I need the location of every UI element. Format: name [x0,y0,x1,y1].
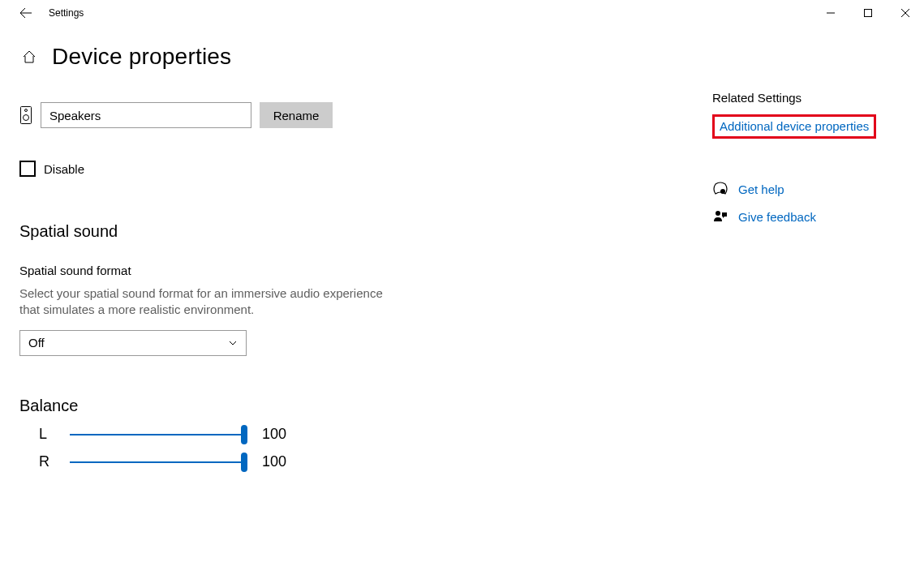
related-settings-title: Related Settings [712,91,907,105]
svg-rect-0 [865,10,872,17]
balance-left-slider[interactable] [70,425,244,444]
balance-right-value: 100 [262,453,286,470]
spatial-format-dropdown[interactable]: Off [19,330,247,356]
arrow-left-icon [19,6,32,19]
get-help-link[interactable]: Get help [738,182,784,196]
minimize-button[interactable] [812,1,849,25]
maximize-button[interactable] [849,1,887,25]
device-name-input[interactable] [41,102,251,128]
feedback-icon [712,208,728,225]
svg-point-4 [720,189,725,194]
balance-left-value: 100 [262,426,286,443]
spatial-sound-heading: Spatial sound [19,222,539,241]
balance-left-row: L 100 [19,425,539,444]
maximize-icon [864,9,872,17]
disable-row: Disable [19,161,539,177]
balance-right-label: R [39,453,55,470]
app-title: Settings [49,7,84,19]
help-icon [712,181,728,197]
page-title: Device properties [52,44,231,70]
close-button[interactable] [887,1,924,25]
related-settings-panel: Related Settings Additional device prope… [712,91,907,225]
page-header: Device properties [0,44,924,70]
minimize-icon [827,9,835,17]
spatial-format-label: Spatial sound format [19,264,539,277]
svg-point-5 [716,211,720,216]
svg-point-3 [24,115,29,121]
close-icon [901,9,909,17]
balance-left-label: L [39,426,55,443]
give-feedback-link[interactable]: Give feedback [738,210,816,224]
back-button[interactable] [15,2,37,24]
disable-label: Disable [44,162,84,176]
balance-heading: Balance [19,397,539,415]
home-icon [21,49,37,65]
device-name-row: Rename [19,102,539,128]
chevron-down-icon [228,338,238,348]
title-bar: Settings [0,0,924,26]
highlight-annotation: Additional device properties [712,114,876,139]
balance-right-slider[interactable] [70,453,244,472]
svg-point-2 [25,109,28,112]
additional-device-properties-link[interactable]: Additional device properties [720,119,869,133]
spatial-format-description: Select your spatial sound format for an … [19,285,393,319]
rename-button[interactable]: Rename [260,102,333,128]
balance-right-row: R 100 [19,453,539,472]
disable-checkbox[interactable] [19,161,36,177]
home-button[interactable] [19,47,39,66]
dropdown-value: Off [28,336,45,350]
speaker-icon [19,105,32,125]
